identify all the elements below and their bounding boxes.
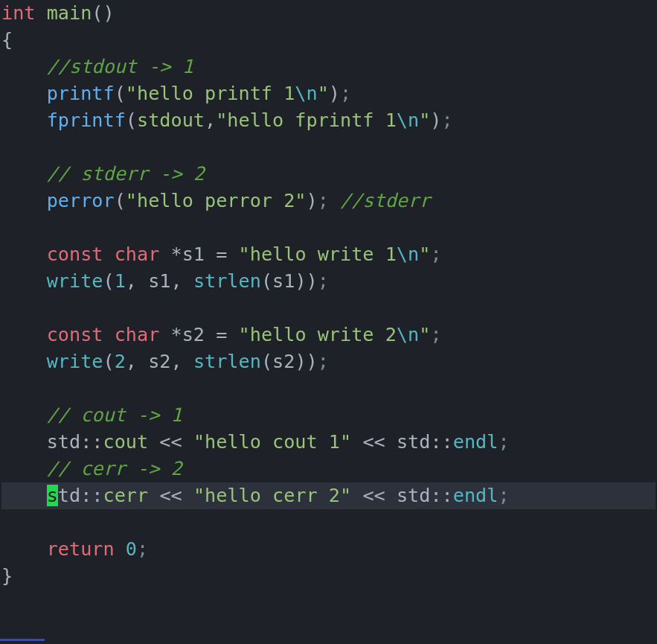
comment-cout: // cout -> 1 [47,404,182,426]
code-editor[interactable]: int main() { //stdout -> 1 printf("hello… [0,0,657,590]
line-8: perror("hello perror 2"); //stderr [1,190,430,211]
line-16: // cout -> 1 [1,404,182,426]
line-11: write(1, s1, strlen(s1)); [1,270,329,292]
str-cerr: hello cerr 2 [205,485,340,506]
line-18: // cerr -> 2 [1,458,182,479]
line-20 [1,511,13,533]
str-perror: hello perror 2 [137,190,295,211]
comment-stderr: // stderr -> 2 [47,163,205,185]
line-6 [1,136,13,158]
id-endl: endl [453,431,499,453]
str-cout: hello cout 1 [205,431,340,453]
comment-cerr: // cerr -> 2 [47,458,182,479]
num-zero: 0 [126,538,137,560]
id-cerr: cerr [103,485,149,506]
brace-open: { [1,29,13,51]
line-7: // stderr -> 2 [1,163,205,185]
line-22: } [1,565,13,587]
line-15 [1,377,13,399]
line-10: const char *s1 = "hello write 1\n"; [1,243,442,265]
fn-fprintf: fprintf [47,109,126,131]
fn-printf: printf [47,83,115,104]
line-3: //stdout -> 1 [1,56,193,77]
line-19-current: std::cerr << "hello cerr 2" << std::endl… [1,482,656,509]
fn-strlen: strlen [193,270,261,292]
line-5: fprintf(stdout,"hello fprintf 1\n"); [1,109,453,131]
status-underline [0,639,45,641]
line-13: const char *s2 = "hello write 2\n"; [1,324,442,345]
esc: \n [295,83,317,104]
line-21: return 0; [1,538,148,560]
line-17: std::cout << "hello cout 1" << std::endl… [1,431,510,453]
comment-stdout: //stdout -> 1 [47,56,193,77]
str-s2: hello write 2 [250,324,397,345]
line-2: { [1,29,13,51]
id-stdout: stdout [137,109,205,131]
brace-close: } [1,565,13,587]
line-14: write(2, s2, strlen(s2)); [1,351,329,372]
kw-int: int [1,2,36,24]
id-s1: s1 [182,243,205,265]
str-printf: hello printf 1 [137,83,295,104]
comment-stderr2: //stderr [340,190,430,211]
text-cursor: s [47,485,58,506]
kw-return: return [47,538,115,560]
line-9 [1,217,13,238]
fn-write: write [47,270,103,292]
fn-main: main [47,2,92,24]
fn-perror: perror [47,190,115,211]
id-s2: s2 [182,324,205,345]
line-4: printf("hello printf 1\n"); [1,83,351,104]
parens: () [92,2,114,24]
line-12 [1,297,13,319]
str-s1: hello write 1 [250,243,397,265]
line-1: int main() [1,2,115,24]
id-cout: cout [103,431,149,453]
str-fprintf: hello fprintf 1 [227,109,396,131]
